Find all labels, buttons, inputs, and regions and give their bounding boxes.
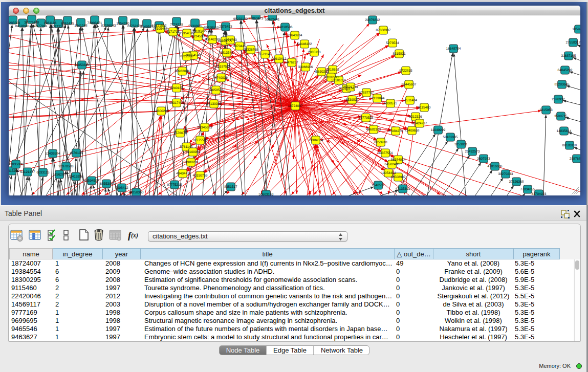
svg-text:6171716: 6171716	[166, 30, 180, 34]
svg-text:13326769: 13326769	[244, 48, 258, 52]
svg-text:6573147: 6573147	[258, 53, 272, 56]
svg-text:82772208: 82772208	[51, 25, 66, 29]
svg-text:52436584: 52436584	[46, 152, 60, 156]
svg-text:3215953: 3215953	[539, 108, 553, 112]
svg-text:48508907: 48508907	[391, 176, 406, 179]
svg-text:50603163: 50603163	[259, 193, 274, 195]
svg-text:3253031: 3253031	[454, 143, 468, 146]
svg-text:27105448: 27105448	[153, 27, 168, 31]
svg-text:18300295: 18300295	[154, 110, 169, 113]
svg-text:43704923: 43704923	[532, 192, 547, 195]
svg-text:51511484: 51511484	[403, 99, 418, 102]
svg-text:6033115: 6033115	[37, 171, 50, 174]
svg-text:25492573: 25492573	[465, 150, 480, 154]
svg-text:48250360: 48250360	[129, 191, 144, 194]
svg-text:8315831: 8315831	[393, 52, 406, 56]
svg-text:99100953: 99100953	[186, 150, 201, 154]
svg-text:14835614: 14835614	[557, 129, 572, 133]
svg-text:1981186: 1981186	[44, 21, 57, 25]
svg-text:53779528: 53779528	[359, 116, 374, 120]
svg-text:50962024: 50962024	[175, 70, 190, 73]
svg-text:4940441: 4940441	[176, 172, 189, 176]
svg-text:69345683: 69345683	[198, 126, 212, 129]
svg-text:47135391: 47135391	[396, 187, 410, 191]
svg-text:2876932: 2876932	[552, 98, 565, 101]
svg-text:2813543: 2813543	[220, 51, 233, 55]
svg-text:19218506: 19218506	[278, 26, 293, 29]
svg-text:30776478: 30776478	[25, 21, 39, 25]
svg-text:15197528: 15197528	[216, 65, 231, 69]
svg-text:9722815: 9722815	[399, 69, 412, 73]
svg-text:40150759: 40150759	[193, 174, 208, 178]
svg-text:52101056: 52101056	[332, 79, 346, 82]
svg-text:2818692: 2818692	[326, 68, 339, 72]
svg-text:10054484: 10054484	[381, 171, 396, 175]
svg-text:67887757: 67887757	[359, 91, 374, 95]
svg-text:50181935: 50181935	[443, 136, 458, 139]
svg-text:57130035: 57130035	[207, 102, 222, 106]
svg-text:37326368: 37326368	[509, 180, 524, 184]
svg-text:63121477: 63121477	[20, 170, 35, 174]
svg-text:33966966: 33966966	[298, 65, 313, 69]
svg-text:38270233: 38270233	[498, 172, 513, 176]
svg-text:36445607: 36445607	[402, 83, 417, 86]
svg-text:97775215: 97775215	[167, 183, 182, 187]
svg-text:52462441: 52462441	[265, 18, 280, 21]
svg-text:49682169: 49682169	[366, 128, 381, 132]
svg-text:3970445: 3970445	[233, 45, 246, 48]
svg-text:5476257: 5476257	[285, 61, 298, 64]
svg-text:7774229: 7774229	[170, 23, 183, 27]
svg-text:27084279: 27084279	[388, 129, 403, 133]
svg-text:81286543: 81286543	[101, 24, 116, 28]
svg-text:4240180: 4240180	[170, 86, 183, 90]
svg-text:63643924: 63643924	[288, 34, 302, 37]
svg-text:47816686: 47816686	[488, 165, 503, 168]
svg-text:84593961: 84593961	[15, 25, 30, 28]
svg-text:33357554: 33357554	[378, 151, 393, 155]
svg-text:99913412: 99913412	[272, 57, 287, 61]
svg-text:6261415: 6261415	[61, 22, 74, 26]
svg-text:29876811: 29876811	[570, 157, 580, 161]
svg-text:84045292: 84045292	[558, 69, 573, 72]
svg-text:1841248: 1841248	[74, 24, 88, 28]
svg-text:52133044: 52133044	[370, 97, 385, 100]
svg-text:16648784: 16648784	[446, 47, 461, 51]
svg-text:32775593: 32775593	[193, 139, 208, 142]
svg-text:4576135: 4576135	[70, 151, 83, 155]
svg-text:19384554: 19384554	[309, 139, 323, 142]
svg-text:5130808: 5130808	[188, 25, 202, 28]
svg-text:(x): (x)	[131, 232, 138, 239]
svg-text:20053346: 20053346	[75, 63, 90, 67]
svg-text:2375453: 2375453	[219, 25, 232, 29]
svg-text:91424737: 91424737	[412, 122, 427, 125]
svg-text:54988206: 54988206	[184, 161, 199, 164]
svg-text:8053918: 8053918	[374, 141, 387, 144]
svg-text:98231132: 98231132	[233, 17, 248, 21]
svg-text:27558317: 27558317	[566, 41, 580, 45]
svg-text:8722606: 8722606	[180, 55, 193, 58]
svg-text:9115460: 9115460	[418, 106, 431, 110]
svg-text:37415205: 37415205	[9, 169, 19, 173]
svg-text:3500715: 3500715	[554, 115, 568, 118]
svg-text:20876812: 20876812	[365, 18, 380, 22]
svg-text:72409658: 72409658	[405, 129, 420, 133]
svg-text:6539837: 6539837	[345, 98, 359, 102]
svg-text:73993471: 73993471	[88, 21, 102, 25]
svg-text:23419256: 23419256	[69, 175, 83, 179]
svg-text:88183110: 88183110	[562, 144, 577, 147]
svg-text:64502486: 64502486	[385, 163, 400, 166]
svg-text:4740036: 4740036	[214, 76, 228, 80]
svg-text:8212326: 8212326	[409, 115, 422, 119]
svg-text:11049999: 11049999	[431, 128, 446, 132]
svg-text:6038571: 6038571	[384, 102, 397, 105]
svg-text:5273534: 5273534	[386, 41, 399, 45]
svg-text:45594597: 45594597	[84, 179, 99, 183]
svg-text:18724007: 18724007	[288, 104, 303, 108]
svg-text:4971793: 4971793	[224, 38, 237, 42]
svg-text:1156287: 1156287	[53, 173, 66, 177]
svg-text:1059486: 1059486	[572, 28, 580, 31]
svg-text:42035886: 42035886	[9, 163, 24, 166]
svg-text:5098412: 5098412	[115, 186, 128, 190]
svg-text:25521714: 25521714	[343, 85, 358, 89]
svg-text:54446182: 54446182	[297, 42, 312, 46]
